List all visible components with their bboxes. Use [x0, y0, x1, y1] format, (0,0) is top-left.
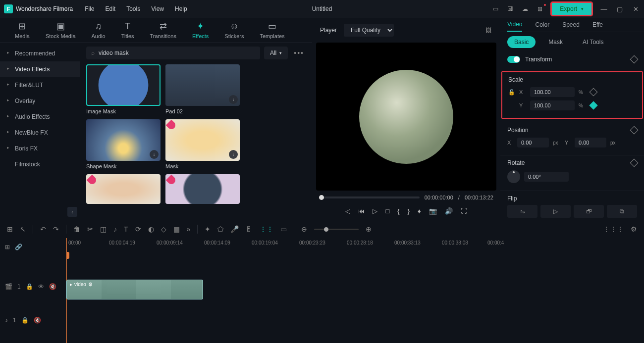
snapshot-icon[interactable]: 🖼 [484, 26, 492, 34]
search-box[interactable]: ⌕ [86, 47, 260, 59]
link-toggle[interactable]: 🔗 [15, 244, 22, 250]
video-clip[interactable]: ▸ video ⚙ [66, 280, 203, 299]
rotate-keyframe[interactable] [630, 159, 639, 167]
inspector-tab-effects[interactable]: Effe [592, 18, 603, 31]
flip-horizontal-button[interactable]: ⇋ [507, 205, 537, 218]
menu-help[interactable]: Help [175, 5, 187, 12]
preview-viewport[interactable] [316, 43, 496, 191]
sidebar-item-overlay[interactable]: Overlay [0, 93, 80, 109]
scale-x-input[interactable] [530, 87, 575, 97]
sidebar-item-filmstock[interactable]: Filmstock [0, 156, 80, 172]
transform-toggle[interactable] [507, 56, 520, 63]
mark-in-button[interactable]: { [397, 207, 399, 215]
sidebar-item-recommended[interactable]: Recommended [0, 46, 80, 61]
menu-file[interactable]: File [85, 5, 94, 12]
minimize-button[interactable]: — [599, 4, 608, 13]
mixer-button[interactable]: 🎚 [246, 225, 253, 233]
link-button[interactable]: ▭ [280, 225, 287, 233]
add-track-icon[interactable]: ⊞ [5, 244, 10, 250]
voice-button[interactable]: 🎤 [230, 225, 239, 233]
filter-dropdown[interactable]: All▾ [264, 47, 288, 59]
prev-frame-button[interactable]: ◁ [345, 207, 350, 215]
favorite-icon[interactable] [166, 120, 177, 131]
volume-button[interactable]: 🔊 [445, 207, 453, 215]
timeline-tracks[interactable]: 00:00 00:00:04:19 00:00:09:14 00:00:14:0… [66, 238, 644, 343]
tab-templates[interactable]: ▭Templates [252, 19, 292, 41]
menu-edit[interactable]: Edit [106, 5, 116, 12]
search-input[interactable] [99, 49, 255, 56]
favorite-icon[interactable] [87, 175, 98, 186]
playback-slider[interactable] [319, 196, 420, 198]
rotate-input[interactable] [524, 172, 569, 182]
position-keyframe[interactable] [630, 126, 639, 135]
timeline-ruler[interactable]: 00:00 00:00:04:19 00:00:09:14 00:00:14:0… [66, 238, 644, 253]
position-y-input[interactable] [575, 138, 606, 147]
cursor-icon[interactable]: ↖ [20, 225, 26, 233]
mute-icon[interactable]: 🔇 [34, 317, 41, 324]
mute-icon[interactable]: 🔇 [49, 283, 56, 290]
transform-keyframe[interactable] [630, 55, 639, 64]
inspector-tab-speed[interactable]: Speed [562, 18, 580, 31]
effect-card[interactable] [165, 174, 240, 204]
sidebar-collapse-button[interactable]: ‹ [67, 207, 77, 217]
download-icon[interactable]: ↓ [150, 150, 159, 159]
sidebar-item-newblue-fx[interactable]: NewBlue FX [0, 125, 80, 141]
tab-transitions[interactable]: ⇄Transitions [142, 19, 184, 41]
zoom-in-button[interactable]: ⊕ [366, 225, 372, 233]
inspector-tab-color[interactable]: Color [535, 18, 549, 31]
tab-stickers[interactable]: ☺Stickers [216, 19, 252, 41]
monitor-icon[interactable]: ▭ [491, 5, 499, 13]
menu-tools[interactable]: Tools [126, 5, 140, 12]
video-track-header[interactable]: 🎬1🔒👁🔇 [0, 280, 66, 294]
cut-button[interactable]: ✂ [87, 225, 93, 233]
flip-copy-button[interactable]: ⧉ [607, 205, 637, 218]
marker-button[interactable]: ♦ [418, 207, 421, 215]
more-tools-button[interactable]: » [187, 225, 191, 233]
flip-rotate-button[interactable]: 🗗 [574, 205, 604, 218]
tab-titles[interactable]: TTitles [113, 19, 142, 41]
pill-ai-tools[interactable]: AI Tools [576, 36, 610, 48]
tab-audio[interactable]: ♫Audio [84, 19, 113, 41]
favorite-icon[interactable] [166, 175, 177, 186]
close-button[interactable]: ✕ [631, 4, 640, 13]
color-button[interactable]: ◐ [148, 225, 154, 233]
stop-button[interactable]: □ [385, 207, 389, 215]
settings-button[interactable]: ⚙ [631, 225, 637, 233]
adjust-button[interactable]: ▦ [173, 225, 180, 233]
pill-mask[interactable]: Mask [541, 36, 570, 48]
scale-y-keyframe[interactable] [590, 101, 598, 110]
layout-icon[interactable]: ⊞ [7, 225, 13, 233]
more-options-button[interactable]: ••• [292, 49, 306, 57]
lock-icon[interactable]: 🔒 [26, 283, 33, 290]
sidebar-item-boris-fx[interactable]: Boris FX [0, 141, 80, 156]
marker-tool[interactable]: ⬠ [217, 225, 223, 233]
speed-button[interactable]: ⟳ [135, 225, 141, 233]
lock-icon[interactable]: 🔓 [508, 89, 515, 96]
sidebar-item-filter-lut[interactable]: Filter&LUT [0, 77, 80, 93]
apps-icon[interactable]: ⊞ [536, 5, 544, 13]
zoom-slider[interactable] [314, 229, 359, 230]
render-button[interactable]: ✦ [205, 225, 211, 233]
save-icon[interactable]: 🖫 [506, 5, 514, 13]
lock-icon[interactable]: 🔒 [21, 317, 29, 324]
play-button[interactable]: ▷ [373, 207, 377, 215]
position-x-input[interactable] [517, 138, 549, 147]
scale-y-input[interactable] [530, 100, 575, 110]
sidebar-item-video-effects[interactable]: Video Effects [0, 61, 80, 77]
mark-out-button[interactable]: } [408, 207, 410, 215]
sidebar-item-audio-effects[interactable]: Audio Effects [0, 109, 80, 125]
inspector-tab-video[interactable]: Video [507, 18, 522, 32]
download-icon[interactable]: ↓ [229, 95, 238, 104]
delete-button[interactable]: 🗑 [73, 225, 80, 233]
audio-track-header[interactable]: ♪1🔒🔇 [0, 313, 66, 327]
download-icon[interactable]: ↓ [229, 150, 238, 159]
zoom-out-button[interactable]: ⊖ [301, 225, 307, 233]
export-button[interactable]: Export ▾ [551, 2, 592, 16]
maximize-button[interactable]: ▢ [615, 4, 624, 13]
pill-basic[interactable]: Basic [507, 36, 536, 48]
crop-button[interactable]: ◫ [100, 225, 107, 233]
rotate-knob[interactable] [507, 170, 520, 183]
step-back-button[interactable]: ⏮ [358, 207, 365, 215]
view-options[interactable]: ⋮⋮⋮ [603, 225, 624, 233]
effect-card-shape-mask[interactable]: ↓ Shape Mask [86, 119, 161, 169]
